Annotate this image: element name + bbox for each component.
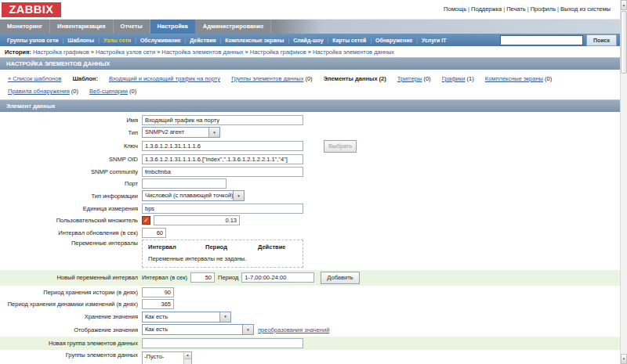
search-button[interactable]: Поиск (586, 34, 617, 46)
search-input[interactable] (500, 35, 583, 45)
separator: | (503, 5, 505, 13)
delta-select-value: Как есть (143, 312, 219, 322)
separator: » (308, 49, 311, 56)
history-link[interactable]: Настройка элементов данных (161, 49, 243, 56)
page-title-bar: НАСТРОЙКА ЭЛЕМЕНТОВ ДАННЫХ (0, 57, 620, 70)
delta-select[interactable]: Как есть ▼ (142, 312, 231, 323)
separator: » (91, 49, 94, 56)
scrollbar-thumb[interactable] (621, 11, 627, 74)
submenu-actions[interactable]: Действия (186, 38, 219, 43)
tab-inventory[interactable]: Инвентаризация (50, 20, 114, 34)
template-link[interactable]: Входящий и исходящий трафик на порту (109, 75, 220, 82)
value-mapping-link[interactable]: преобразования значений (258, 326, 329, 333)
chevron-down-icon: ▼ (219, 312, 230, 322)
help-link[interactable]: Помощь (444, 5, 466, 13)
update-interval-label: Интервал обновления (в сек) (0, 229, 142, 236)
print-link[interactable]: Печать (506, 5, 526, 13)
page-scrollbar[interactable]: ▲ ▼ (620, 0, 627, 364)
new-flex-period-input[interactable] (241, 272, 314, 283)
groups-option-empty[interactable]: -Пусто- (143, 352, 183, 364)
form-row-delta: Хранение значения Как есть ▼ (0, 312, 620, 323)
scroll-down-icon[interactable]: ▼ (621, 354, 627, 364)
template-label: Шаблон: (72, 75, 97, 82)
new-flex-interval-input[interactable] (190, 272, 215, 283)
tab-administration[interactable]: Администрирование (196, 20, 272, 34)
value-map-select[interactable]: Как есть ▼ (142, 324, 254, 335)
form-row-flex-intervals: Переменные интервалы ИнтервалПериодДейст… (0, 240, 620, 268)
form-row-name: Имя (0, 115, 620, 125)
screens-link[interactable]: Комплексные экраны (485, 75, 543, 82)
snmp-community-input[interactable] (142, 167, 303, 177)
submenu-maintenance[interactable]: Обслуживание (136, 38, 185, 43)
units-input[interactable] (142, 204, 303, 214)
new-flex-interval-label: Интервал (в сек) (142, 274, 187, 281)
chevron-down-icon: ▼ (208, 128, 219, 137)
new-group-input[interactable] (142, 338, 303, 348)
history-link[interactable]: Настройка графиков (33, 49, 89, 56)
scroll-up-icon[interactable]: ▲ (621, 0, 627, 10)
item-form: Имя Тип SNMPv2 агент ▼ Ключ Выбрать SNMP… (0, 112, 620, 364)
web-scenarios-link[interactable]: Веб-сценарии (89, 88, 128, 95)
history-link[interactable]: Настройка графиков (250, 49, 306, 56)
update-interval-input[interactable] (142, 228, 166, 238)
template-nav-line1: « Список шаблонов Шаблон: Входящий и исх… (8, 75, 612, 82)
top-header: ZABBIX Помощь|Поддержка|Печать|Профиль|В… (0, 0, 620, 20)
history-link[interactable]: Настройка элементов данных (313, 49, 394, 56)
profile-link[interactable]: Профиль (531, 5, 556, 13)
form-row-snmp-oid: SNMP OID (0, 154, 620, 164)
new-flex-period-label: Период (218, 274, 238, 281)
template-list-link[interactable]: « Список шаблонов (8, 75, 61, 82)
new-group-label: Новая группа элементов данных (0, 340, 142, 347)
value-map-label: Отображение значения (0, 326, 142, 333)
trends-period-input[interactable] (142, 299, 174, 309)
multiplier-input[interactable] (154, 215, 240, 225)
name-input[interactable] (142, 115, 303, 125)
history-link[interactable]: Настройка узлов сети (96, 49, 155, 56)
new-group-row: Новая группа элементов данных (0, 337, 620, 350)
info-type-label: Тип информации (0, 193, 142, 200)
submenu-host-groups[interactable]: Группы узлов сети (3, 38, 63, 43)
add-interval-button[interactable]: Добавить (321, 272, 359, 284)
form-row-type: Тип SNMPv2 агент ▼ (0, 127, 620, 138)
submenu-hosts[interactable]: Узлы сети (100, 38, 135, 43)
info-type-select[interactable]: Числовой (с плавающей точкой) ▼ (142, 190, 245, 201)
triggers-link[interactable]: Триггеры (397, 75, 422, 82)
separator: » (157, 49, 160, 56)
delta-label: Хранение значения (0, 313, 142, 320)
submenu-templates[interactable]: Шаблоны (63, 38, 98, 43)
graphs-link[interactable]: Графики (442, 75, 466, 82)
name-label: Имя (0, 117, 142, 124)
submenu-screens[interactable]: Комплексные экраны (221, 38, 288, 43)
port-input[interactable] (142, 178, 227, 189)
history-label: История: (5, 49, 31, 56)
type-select[interactable]: SNMPv2 агент ▼ (142, 127, 220, 138)
form-row-value-map: Отображение значения Как есть ▼ преобраз… (0, 324, 620, 335)
logout-link[interactable]: Выход из системы (560, 5, 611, 13)
submenu-slideshows[interactable]: Слайд-шоу (289, 38, 327, 43)
key-label: Ключ (0, 142, 142, 150)
listbox-scrollbar[interactable]: ▲ (183, 352, 191, 364)
tab-monitoring[interactable]: Мониторинг (0, 20, 50, 34)
submenu-maps[interactable]: Карты сетей (328, 38, 370, 43)
scroll-up-icon[interactable]: ▲ (184, 352, 191, 359)
submenu-discovery[interactable]: Обнаружение (371, 38, 416, 43)
tab-reports[interactable]: Отчеты (114, 20, 150, 34)
support-link[interactable]: Поддержка (471, 5, 502, 13)
snmp-oid-input[interactable] (142, 154, 303, 164)
separator: | (468, 5, 469, 13)
multiplier-checkbox[interactable]: ✓ (142, 216, 150, 225)
flex-col-period: Период (205, 243, 258, 250)
tab-configuration[interactable]: Настройка (150, 20, 196, 34)
snmp-oid-label: SNMP OID (0, 156, 142, 163)
groups-label: Группы элементов данных (0, 351, 142, 359)
form-row-update-interval: Интервал обновления (в сек) (0, 228, 620, 238)
history-bar: История: Настройка графиков»Настройка уз… (0, 46, 620, 57)
form-row-trends: Период хранения динамики изменений (в дн… (0, 299, 620, 309)
history-period-input[interactable] (142, 287, 174, 297)
key-input[interactable] (142, 141, 303, 151)
discovery-rules-link[interactable]: Правила обнаружения (8, 88, 70, 95)
groups-listbox[interactable]: -Пусто- ▲ (142, 351, 192, 364)
item-groups-link[interactable]: Группы элементов данных (231, 75, 303, 82)
key-select-button[interactable]: Выбрать (324, 140, 357, 153)
submenu-it-services[interactable]: Услуги IT (418, 38, 450, 43)
